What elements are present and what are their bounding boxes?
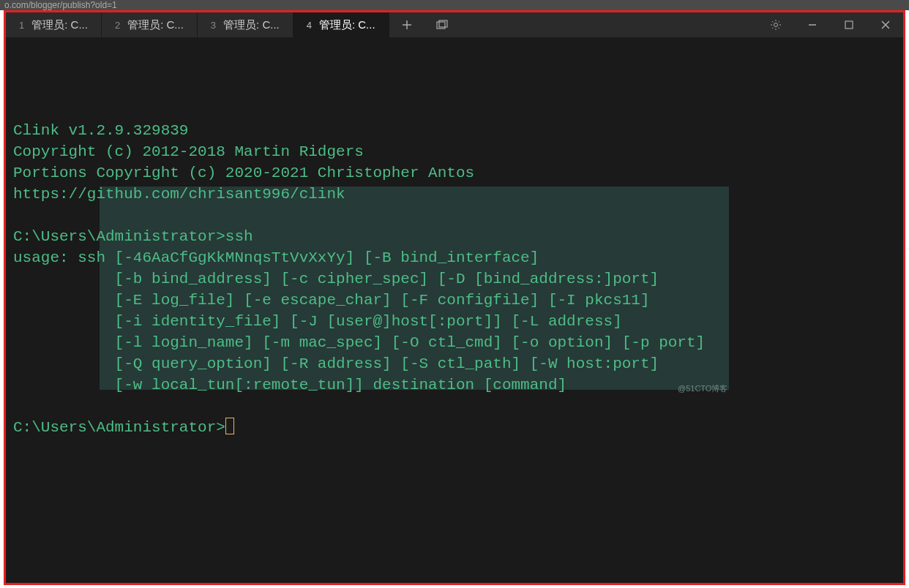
settings-button[interactable] (758, 12, 793, 37)
tab-label: 管理员: C... (31, 18, 88, 32)
terminal-cursor (225, 418, 234, 434)
terminal-line: Clink v1.2.9.329839 (13, 122, 188, 139)
window-controls (758, 12, 903, 37)
tabs-overview-button[interactable] (424, 12, 460, 37)
terminal-line: [-b bind_address] [-c cipher_spec] [-D [… (13, 271, 659, 287)
terminal-line: [-i identity_file] [-J [user@]host[:port… (13, 313, 622, 330)
terminal-line: usage: ssh [-46AaCfGgKkMNnqsTtVvXxYy] [-… (13, 249, 539, 266)
new-tab-button[interactable] (389, 12, 424, 37)
terminal-titlebar: 1 管理员: C... 2 管理员: C... 3 管理员: C... 4 管理… (6, 12, 903, 37)
terminal-line: https://github.com/chrisant996/clink (13, 186, 345, 203)
maximize-button[interactable] (831, 12, 867, 37)
terminal-window: 1 管理员: C... 2 管理员: C... 3 管理员: C... 4 管理… (4, 10, 905, 585)
plus-icon (402, 20, 412, 30)
terminal-line: [-E log_file] [-e escape_char] [-F confi… (13, 292, 650, 309)
terminal-tab-2[interactable]: 2 管理员: C... (102, 12, 198, 37)
tab-number: 4 (307, 20, 312, 31)
terminal-tabs: 1 管理员: C... 2 管理员: C... 3 管理员: C... 4 管理… (6, 12, 758, 37)
url-bar-fragment: o.com/blogger/publish?old=1 (0, 0, 909, 10)
terminal-line: [-Q query_option] [-R address] [-S ctl_p… (13, 355, 659, 372)
tab-number: 3 (211, 20, 216, 31)
minimize-button[interactable] (795, 12, 830, 37)
tab-number: 2 (115, 20, 120, 31)
terminal-prompt: C:\Users\Administrator> (13, 419, 225, 436)
terminal-tab-3[interactable]: 3 管理员: C... (198, 12, 293, 37)
terminal-line: [-w local_tun[:remote_tun]] destination … (13, 377, 566, 393)
svg-rect-1 (439, 20, 447, 27)
tab-label: 管理员: C... (223, 18, 280, 32)
minimize-icon (808, 20, 817, 29)
terminal-line: Copyright (c) 2012-2018 Martin Ridgers (13, 143, 364, 160)
svg-point-2 (774, 23, 778, 27)
terminal-tab-1[interactable]: 1 管理员: C... (6, 12, 102, 37)
terminal-output[interactable]: @51CTO博客 Clink v1.2.9.329839 Copyright (… (6, 37, 903, 583)
close-button[interactable] (868, 12, 903, 37)
terminal-tab-4[interactable]: 4 管理员: C... (293, 12, 389, 37)
tab-label: 管理员: C... (127, 18, 184, 32)
terminal-line: Portions Copyright (c) 2020-2021 Christo… (13, 165, 474, 181)
tab-label: 管理员: C... (319, 18, 375, 32)
window-icon (436, 20, 448, 30)
tab-number: 1 (19, 20, 24, 31)
gear-icon (770, 19, 782, 31)
maximize-icon (845, 20, 853, 29)
svg-rect-3 (845, 21, 853, 29)
svg-rect-0 (437, 22, 445, 29)
terminal-line: C:\Users\Administrator>ssh (13, 228, 253, 245)
close-icon (881, 20, 890, 29)
terminal-line: [-l login_name] [-m mac_spec] [-O ctl_cm… (13, 334, 705, 351)
